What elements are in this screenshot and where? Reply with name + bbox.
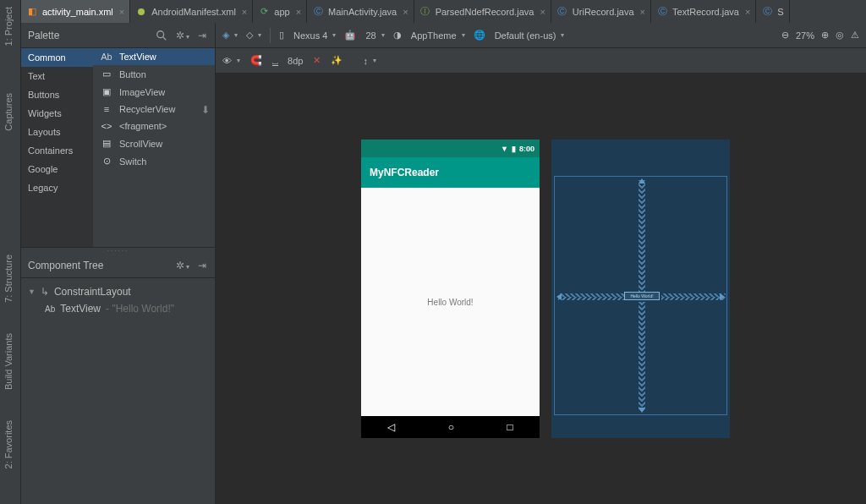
cat-text[interactable]: Text <box>21 67 93 85</box>
palette-item-textview[interactable]: AbTextView <box>93 48 215 65</box>
status-bar: ▼ ▮ 8:00 <box>361 140 540 157</box>
svg-line-1 <box>163 36 167 40</box>
wifi-icon: ▼ <box>501 145 508 153</box>
zoom-out-button[interactable]: ⊖ <box>781 30 789 41</box>
manifest-icon <box>135 6 147 18</box>
gear-icon[interactable]: ✲▾ <box>174 28 191 43</box>
theme-icon: ◑ <box>393 30 402 41</box>
layout-xml-icon: ◧ <box>26 6 38 18</box>
close-icon[interactable]: × <box>242 7 247 17</box>
rail-project[interactable]: 1: Project <box>0 0 17 52</box>
rail-captures[interactable]: Captures <box>0 86 17 138</box>
hide-panel-icon[interactable]: ⇥ <box>196 258 208 273</box>
infer-constraints-icon[interactable]: ✨ <box>331 55 343 66</box>
java-class-icon: Ⓒ <box>556 6 568 18</box>
constraint-bottom <box>639 302 645 412</box>
svg-point-0 <box>157 30 164 37</box>
blueprint-root: Hello World! <box>554 176 727 415</box>
tree-root[interactable]: ▼ ↳ ConstraintLayout <box>25 283 211 300</box>
component-tree-title: Component Tree <box>28 260 169 271</box>
cat-buttons[interactable]: Buttons <box>21 85 93 104</box>
orientation-menu[interactable]: ◇▾ <box>246 30 261 41</box>
rail-favorites[interactable]: 2: Favorites <box>0 414 17 475</box>
java-interface-icon: Ⓘ <box>419 6 431 18</box>
zoom-in-button[interactable]: ⊕ <box>821 30 829 41</box>
back-icon: ◁ <box>387 421 395 433</box>
rail-build-variants[interactable]: Build Variants <box>0 326 17 397</box>
zoom-level: 27% <box>796 30 814 41</box>
palette-item-switch[interactable]: ⊙Switch <box>93 152 215 170</box>
close-icon[interactable]: × <box>540 7 545 17</box>
tab-manifest[interactable]: AndroidManifest.xml × <box>130 0 253 23</box>
arrow-right-icon <box>720 293 725 300</box>
tab-textrecord[interactable]: Ⓒ TextRecord.java × <box>651 0 756 23</box>
tab-urirecord[interactable]: Ⓒ UriRecord.java × <box>551 0 651 23</box>
tab-parsedndef[interactable]: Ⓘ ParsedNdefRecord.java × <box>414 0 551 23</box>
arrow-up-icon <box>639 178 645 184</box>
close-icon[interactable]: × <box>296 7 301 17</box>
java-class-icon: Ⓒ <box>656 6 668 18</box>
align-menu[interactable]: ↕▾ <box>363 56 376 66</box>
cat-layouts[interactable]: Layouts <box>21 123 93 141</box>
clear-constraints-icon[interactable]: ✕ <box>313 55 321 66</box>
blueprint-textview[interactable]: Hello World! <box>624 292 660 300</box>
palette-item-recyclerview[interactable]: ≡RecyclerView <box>93 101 215 118</box>
blueprint-preview[interactable]: Hello World! <box>551 140 730 438</box>
constraint-left <box>558 293 624 300</box>
view-options-icon[interactable]: 👁▾ <box>222 56 240 66</box>
palette-item-imageview[interactable]: ▣ImageView <box>93 83 215 101</box>
device-preview[interactable]: ▼ ▮ 8:00 MyNFCReader Hello World! ◁ ○ □ <box>361 140 540 438</box>
component-tree-header: Component Tree ✲▾ ⇥ <box>21 253 215 278</box>
cat-common[interactable]: Common <box>21 48 93 67</box>
search-icon[interactable] <box>154 28 169 43</box>
phone-icon: ▯ <box>279 30 284 41</box>
arrow-left-icon <box>556 293 562 300</box>
tab-activity-main[interactable]: ◧ activity_main.xml × <box>21 0 130 23</box>
device-menu[interactable]: ▯ Nexus 4▾ <box>279 30 336 41</box>
tab-app[interactable]: ⟳ app × <box>253 0 307 23</box>
locale-menu[interactable]: 🌐 Default (en-us)▾ <box>474 30 565 41</box>
close-icon[interactable]: × <box>640 7 645 17</box>
palette-header: Palette ✲▾ ⇥ <box>21 23 215 48</box>
preview-textview[interactable]: Hello World! <box>427 298 473 307</box>
tab-truncated[interactable]: Ⓒ S <box>756 0 789 23</box>
constraint-layout-icon: ↳ <box>41 286 49 298</box>
cat-containers[interactable]: Containers <box>21 141 93 160</box>
cat-legacy[interactable]: Legacy <box>21 178 93 197</box>
tab-mainactivity[interactable]: Ⓒ MainActivity.java × <box>307 0 414 23</box>
palette-item-scrollview[interactable]: ▤ScrollView <box>93 134 215 152</box>
palette-categories: Common Text Buttons Widgets Layouts Cont… <box>21 48 93 247</box>
editor-tab-bar: ◧ activity_main.xml × AndroidManifest.xm… <box>21 0 866 23</box>
design-surface-menu[interactable]: ◈▾ <box>222 30 238 41</box>
warnings-icon[interactable]: ⚠ <box>851 30 859 41</box>
palette-title: Palette <box>28 30 149 41</box>
rail-structure[interactable]: 7: Structure <box>0 248 17 310</box>
design-toolbar: ◈▾ ◇▾ ▯ Nexus 4▾ 🤖 28▾ ◑ AppTheme▾ 🌐 Def… <box>216 23 866 48</box>
palette-item-fragment[interactable]: <><fragment> <box>93 118 215 134</box>
zoom-fit-button[interactable]: ◎ <box>836 30 844 41</box>
close-icon[interactable]: × <box>403 7 408 17</box>
expand-icon[interactable]: ▼ <box>28 288 36 296</box>
cat-widgets[interactable]: Widgets <box>21 104 93 123</box>
palette-items: AbTextView ▭Button ▣ImageView ≡RecyclerV… <box>93 48 215 247</box>
theme-menu[interactable]: ◑ AppTheme▾ <box>393 30 465 41</box>
design-canvas[interactable]: ▼ ▮ 8:00 MyNFCReader Hello World! ◁ ○ □ <box>216 74 866 504</box>
default-margin-menu[interactable]: ⎵ 8dp <box>272 56 303 66</box>
api-menu[interactable]: 🤖 28▾ <box>344 30 384 41</box>
cat-google[interactable]: Google <box>21 160 93 178</box>
java-class-icon: Ⓒ <box>761 6 773 18</box>
tree-child-textview[interactable]: Ab TextView - "Hello World!" <box>25 300 211 317</box>
imageview-icon: ▣ <box>100 86 113 97</box>
hide-panel-icon[interactable]: ⇥ <box>196 28 208 43</box>
preview-body: Hello World! <box>361 188 540 416</box>
app-bar: MyNFCReader <box>361 157 540 188</box>
gear-icon[interactable]: ✲▾ <box>174 258 191 273</box>
recents-icon: □ <box>507 421 513 433</box>
autoconnect-icon[interactable]: 🧲 <box>250 55 262 66</box>
switch-icon: ⊙ <box>100 156 113 167</box>
download-icon[interactable]: ⬇ <box>201 104 210 116</box>
close-icon[interactable]: × <box>119 7 124 17</box>
recyclerview-icon: ≡ <box>100 104 113 114</box>
close-icon[interactable]: × <box>745 7 750 17</box>
palette-item-button[interactable]: ▭Button <box>93 65 215 83</box>
